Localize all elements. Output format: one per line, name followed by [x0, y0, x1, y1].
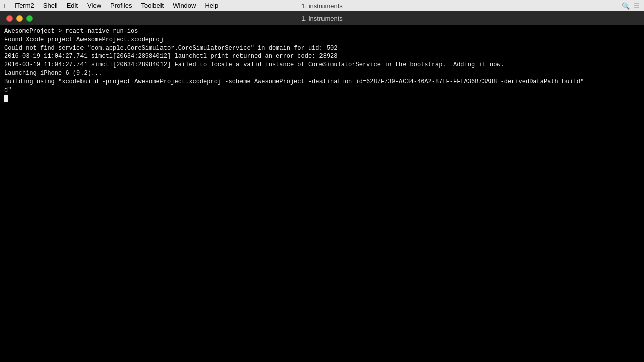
terminal-content[interactable]: AwesomeProject > react-native run-ios Fo… [0, 25, 644, 362]
prompt-dir: AwesomeProject [4, 28, 55, 35]
terminal-window: 1. instruments AwesomeProject > react-na… [0, 11, 644, 362]
menu-iterm2[interactable]: iTerm2 [11, 0, 38, 11]
terminal-line: Could not find service "com.apple.CoreSi… [4, 45, 338, 52]
menu-window[interactable]: Window [169, 0, 200, 11]
menu-view[interactable]: View [83, 0, 105, 11]
search-icon[interactable]: 🔍 [622, 2, 630, 10]
terminal-line: 2016-03-19 11:04:27.741 simctl[20634:289… [4, 61, 504, 68]
window-controls [6, 15, 33, 22]
maximize-button[interactable] [26, 15, 33, 22]
apple-logo-icon[interactable]:  [4, 2, 7, 10]
menu-shell[interactable]: Shell [39, 0, 62, 11]
menu-help[interactable]: Help [201, 0, 222, 11]
terminal-line: Found Xcode project AwesomeProject.xcode… [4, 36, 164, 43]
menubar-right: 🔍 ☰ [622, 2, 640, 10]
title-bar: 1. instruments [0, 11, 644, 25]
menu-toolbelt[interactable]: Toolbelt [137, 0, 168, 11]
menu-profiles[interactable]: Profiles [106, 0, 136, 11]
terminal-line: d" [4, 87, 11, 94]
menubar-title: 1. instruments [301, 2, 343, 10]
terminal-line: Launching iPhone 6 (9.2)... [4, 70, 102, 77]
cursor [4, 95, 8, 102]
menubar:  iTerm2 Shell Edit View Profiles Toolbe… [0, 0, 644, 11]
menu-edit[interactable]: Edit [63, 0, 82, 11]
terminal-line: Building using "xcodebuild -project Awes… [4, 78, 584, 85]
minimize-button[interactable] [16, 15, 23, 22]
prompt-cmd: react-native run-ios [65, 28, 138, 35]
prompt-arrow: > [58, 28, 62, 35]
list-icon[interactable]: ☰ [634, 2, 640, 10]
titlebar-title: 1. instruments [301, 15, 343, 22]
prompt-line: AwesomeProject > react-native run-ios [4, 28, 138, 35]
terminal-line: 2016-03-19 11:04:27.741 simctl[20634:289… [4, 53, 338, 60]
close-button[interactable] [6, 15, 13, 22]
